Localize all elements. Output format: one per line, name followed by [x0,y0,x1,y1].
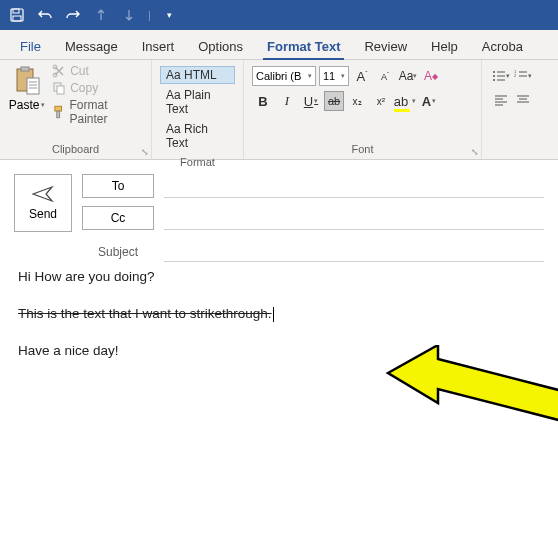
svg-rect-13 [55,106,62,111]
format-rich-button[interactable]: Aa Rich Text [160,120,235,152]
group-format: Aa HTML Aa Plain Text Aa Rich Text Forma… [152,60,244,159]
svg-point-19 [493,79,495,81]
font-color-button[interactable]: A ▾ [418,90,440,112]
subject-label: Subject [82,245,154,259]
font-launcher-icon[interactable]: ⤡ [471,147,479,157]
bold-button[interactable]: B [252,90,274,112]
highlight-button[interactable]: ab ▾ [394,90,416,112]
cc-input[interactable] [164,206,544,230]
bullets-button[interactable]: ▾ [490,66,512,86]
title-bar: | ▾ [0,0,558,30]
undo-icon[interactable] [34,4,56,26]
tab-acrobat[interactable]: Acroba [470,33,535,59]
tab-insert[interactable]: Insert [130,33,187,59]
ribbon-tabs: File Message Insert Options Format Text … [0,30,558,60]
clear-formatting-button[interactable]: A◆ [421,66,441,86]
format-painter-button[interactable]: Format Painter [52,98,145,126]
chevron-down-icon: ▾ [308,72,312,80]
font-name-value: Calibri (B [256,70,301,82]
svg-point-15 [493,71,495,73]
font-size-select[interactable]: 11 ▾ [319,66,349,86]
copy-label: Copy [70,81,98,95]
chevron-down-icon: ▾ [341,72,345,80]
cut-button: Cut [52,64,145,78]
superscript-button[interactable]: x² [370,90,392,112]
strikethrough-button[interactable]: ab [324,91,344,111]
up-arrow-icon [90,4,112,26]
shrink-font-button[interactable]: Aˇ [375,66,395,86]
subscript-button[interactable]: x₂ [346,90,368,112]
down-arrow-icon [118,4,140,26]
svg-rect-5 [27,78,39,94]
format-plain-button[interactable]: Aa Plain Text [160,86,235,118]
svg-rect-1 [13,9,19,13]
change-case-button[interactable]: Aa▾ [398,66,418,86]
ribbon: Paste ▾ Cut Copy Format Painter Clipboar… [0,60,558,160]
svg-point-17 [493,75,495,77]
redo-icon[interactable] [62,4,84,26]
numbering-button[interactable]: 12▾ [512,66,534,86]
cc-button[interactable]: Cc [82,206,154,230]
grow-font-button[interactable]: Aˆ [352,66,372,86]
align-center-button[interactable] [512,90,534,110]
tab-message[interactable]: Message [53,33,130,59]
tab-file[interactable]: File [8,33,53,59]
cut-label: Cut [70,64,89,78]
subject-input[interactable] [164,242,544,262]
group-paragraph: ▾ 12▾ [482,60,558,159]
svg-rect-4 [21,67,29,71]
align-left-button[interactable] [490,90,512,110]
font-group-label: Font [250,141,475,157]
copy-button: Copy [52,81,145,95]
qat-separator: | [148,9,151,21]
paste-label: Paste [9,98,40,112]
group-clipboard: Paste ▾ Cut Copy Format Painter Clipboar… [0,60,152,159]
group-font: Calibri (B ▾ 11 ▾ Aˆ Aˇ Aa▾ A◆ B I U▾ ab… [244,60,482,159]
body-line-1: Hi How are you doing? [18,268,540,287]
font-size-value: 11 [323,70,335,82]
paste-button[interactable]: Paste ▾ [6,64,48,114]
clipboard-launcher-icon[interactable]: ⤡ [141,147,149,157]
send-button[interactable]: Send [14,174,72,232]
tab-options[interactable]: Options [186,33,255,59]
font-name-select[interactable]: Calibri (B ▾ [252,66,316,86]
clipboard-group-label: Clipboard [6,141,145,157]
customize-qat-icon[interactable]: ▾ [159,4,181,26]
send-label: Send [29,207,57,221]
to-input[interactable] [164,174,544,198]
format-group-label: Format [158,154,237,170]
svg-rect-2 [13,16,21,21]
svg-rect-14 [57,111,60,118]
message-body[interactable]: Hi How are you doing? This is the text t… [14,262,544,385]
tab-review[interactable]: Review [352,33,419,59]
to-button[interactable]: To [82,174,154,198]
chevron-down-icon: ▾ [41,101,45,109]
text-cursor [273,307,274,322]
tab-help[interactable]: Help [419,33,470,59]
body-line-2-strike: This is the text that I want to striketh… [18,306,272,321]
underline-button[interactable]: U▾ [300,90,322,112]
format-painter-label: Format Painter [69,98,145,126]
tab-format-text[interactable]: Format Text [255,33,352,59]
body-line-3: Have a nice day! [18,342,540,361]
compose-area: Send To Cc Subject Hi How are you doing?… [0,160,558,399]
svg-text:2: 2 [514,73,517,78]
svg-rect-12 [57,86,64,94]
italic-button[interactable]: I [276,90,298,112]
format-html-button[interactable]: Aa HTML [160,66,235,84]
save-icon[interactable] [6,4,28,26]
